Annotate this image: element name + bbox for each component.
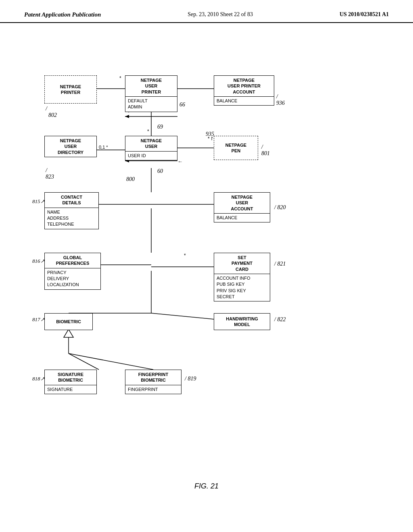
netpage-user-title: NETPAGEUSER (125, 136, 177, 152)
label-936: /936 (276, 94, 285, 106)
global-preferences-title: GLOBALPREFERENCES (45, 253, 100, 268)
biometric-box: BIOMETRIC (44, 313, 93, 330)
header-center: Sep. 23, 2010 Sheet 22 of 83 (188, 11, 253, 18)
mult-star-payment: * (184, 253, 186, 258)
netpage-user-printer-box: NETPAGEUSERPRINTER DEFAULTADMIN (125, 75, 177, 112)
netpage-user-directory-title: NETPAGEUSERDIRECTORY (45, 136, 96, 157)
set-payment-card-title: SETPAYMENTCARD (214, 253, 270, 274)
page-header: Patent Application Publication Sep. 23, … (0, 0, 413, 23)
netpage-pen-title: NETPAGEPEN (223, 141, 249, 156)
netpage-pen-box: NETPAGEPEN (214, 136, 258, 160)
handwriting-model-box: HANDWRITINGMODEL (214, 313, 270, 330)
mult-01-star: 0,1 * (99, 145, 108, 150)
global-preferences-box: GLOBALPREFERENCES PRIVACYDELIVERYLOCALIZ… (44, 253, 101, 290)
diagram: NETPAGEPRINTER / 802 * NETPAGEUSERPRINTE… (0, 23, 413, 507)
netpage-user-account-body: BALANCE (214, 214, 270, 222)
label-817: 817↗ (32, 316, 45, 323)
svg-line-21 (69, 353, 99, 370)
handwriting-model-title: HANDWRITINGMODEL (223, 314, 260, 329)
label-818: 818↗ (32, 376, 45, 382)
netpage-user-printer-account-body: BALANCE (214, 97, 274, 105)
fingerprint-biometric-box: FINGERPRINTBIOMETRIC FINGERPRINT (125, 370, 181, 394)
svg-marker-23 (64, 329, 73, 337)
label-69: 69 (157, 124, 163, 130)
netpage-printer-box: NETPAGEPRINTER (44, 75, 97, 104)
page: Patent Application Publication Sep. 23, … (0, 0, 413, 532)
signature-biometric-title: SIGNATUREBIOMETRIC (45, 370, 96, 385)
figure-caption: FIG. 21 (0, 482, 413, 490)
label-60: 60 (157, 168, 163, 175)
set-payment-card-box: SETPAYMENTCARD ACCOUNT INFOPUB SIG KEYPR… (214, 253, 270, 301)
label-800: 800 (126, 176, 135, 183)
contact-details-title: CONTACTDETAILS (45, 193, 98, 208)
label-802: / 802 (46, 106, 57, 118)
netpage-printer-title: NETPAGEPRINTER (58, 82, 83, 97)
svg-line-22 (69, 353, 153, 370)
svg-line-19 (151, 313, 214, 319)
netpage-user-box: NETPAGEUSER USER ID (125, 136, 177, 160)
netpage-user-printer-body: DEFAULTADMIN (125, 97, 177, 112)
netpage-user-printer-account-title: NETPAGEUSER PRINTERACCOUNT (214, 76, 274, 97)
contact-details-box: CONTACTDETAILS NAMEADDRESSTELEPHONE (44, 192, 99, 229)
header-right: US 2010/0238521 A1 (340, 11, 389, 18)
netpage-user-account-title: NETPAGEUSERACCOUNT (214, 193, 270, 214)
netpage-user-body: USER ID (125, 152, 177, 160)
label-822: / 822 (274, 316, 286, 323)
label-66: 66 (179, 102, 185, 108)
signature-biometric-body: SIGNATURE (45, 385, 96, 394)
label-821: / 821 (274, 261, 286, 267)
netpage-user-printer-account-box: NETPAGEUSER PRINTERACCOUNT BALANCE (214, 75, 274, 106)
userid-arrow: ← (177, 158, 183, 164)
global-preferences-body: PRIVACYDELIVERYLOCALIZATION (45, 268, 100, 289)
label-823: /823 (46, 167, 54, 180)
biometric-title: BIOMETRIC (54, 317, 83, 326)
label-819: / 819 (185, 376, 196, 382)
header-left: Patent Application Publication (24, 11, 101, 18)
signature-biometric-box: SIGNATUREBIOMETRIC SIGNATURE (44, 370, 97, 394)
fingerprint-biometric-body: FINGERPRINT (125, 385, 181, 394)
netpage-user-printer-title: NETPAGEUSERPRINTER (125, 76, 177, 97)
label-801: /801 (261, 144, 270, 157)
netpage-user-account-box: NETPAGEUSERACCOUNT BALANCE (214, 192, 270, 222)
fingerprint-biometric-title: FINGERPRINTBIOMETRIC (125, 370, 181, 385)
label-815: 815↗ (32, 198, 45, 205)
contact-details-body: NAMEADDRESSTELEPHONE (45, 208, 98, 229)
mult-star-pen: *↾ (208, 136, 214, 141)
mult-star-1: * (119, 75, 121, 81)
label-820: / 820 (274, 204, 286, 211)
mult-star-2: * (147, 129, 149, 134)
svg-marker-5 (125, 115, 129, 118)
set-payment-card-body: ACCOUNT INFOPUB SIG KEYPRIV SIG KEYSECRE… (214, 274, 270, 301)
netpage-user-directory-box: NETPAGEUSERDIRECTORY (44, 136, 97, 157)
label-816: 816↗ (32, 258, 45, 264)
